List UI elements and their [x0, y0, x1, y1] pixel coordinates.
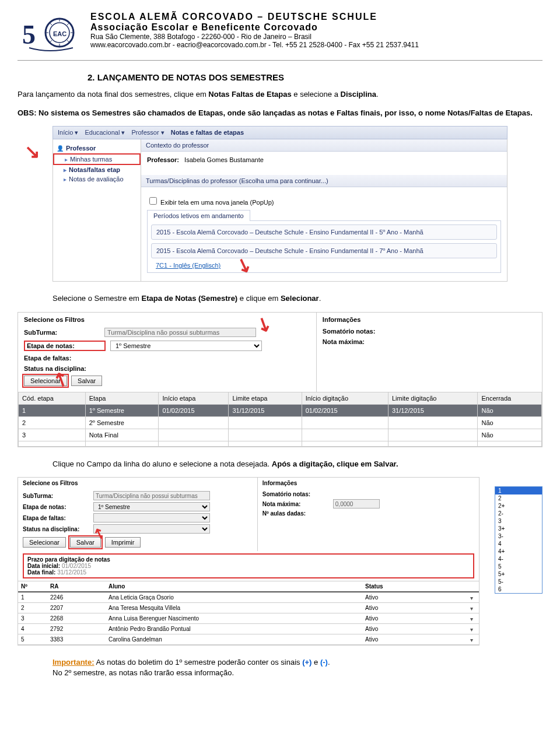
subturma-input — [104, 328, 256, 337]
professor-field: Professor: Isabela Gomes Bustamante — [147, 156, 501, 163]
nota-option[interactable]: 4 — [495, 540, 542, 548]
dropdown-icon[interactable]: ▾ — [470, 616, 476, 622]
turma-item[interactable]: 2015 - Escola Alemã Corcovado – Deutsche… — [151, 225, 497, 240]
turma-item[interactable]: 2015 - Escola Alemã Corcovado – Deutsche… — [151, 243, 497, 258]
selecionar-button[interactable]: Selecionar — [23, 537, 66, 548]
etapa-notas-label: Etapa de notas: — [24, 341, 106, 351]
turma-disciplina-link[interactable]: 7C1 - Inglês (Englisch) — [156, 262, 492, 269]
salvar-button[interactable]: Salvar — [71, 376, 102, 386]
footer-note: Importante: As notas do boletim do 1º se… — [52, 657, 542, 678]
sidebar-item-notas-avaliacao[interactable]: ▸ Notas de avaliação — [53, 174, 141, 184]
n-aulas-label: Nº aulas dadas: — [262, 510, 330, 517]
tree-icon: ▸ — [65, 156, 68, 163]
prazo-title: Prazo para digitação de notas — [27, 556, 470, 563]
somatorio-label: Somatório notas: — [323, 328, 398, 335]
etapa-notas-select[interactable]: 1º Semestre — [110, 341, 262, 351]
nota-option[interactable]: 5+ — [495, 570, 542, 578]
filters-group: Selecione os Filtros SubTurma: Etapa de … — [18, 478, 258, 551]
salvar-button[interactable]: Salvar — [70, 537, 101, 548]
nota-cell[interactable]: ▾ — [438, 592, 479, 603]
red-arrow-icon: ↘ — [24, 142, 40, 161]
svg-text:EAC: EAC — [53, 30, 66, 37]
mid-instruction-1: Selecione o Semestre em Etapa de Notas (… — [52, 293, 542, 304]
nota-option[interactable]: 1 — [495, 487, 542, 494]
dropdown-icon[interactable]: ▾ — [470, 595, 476, 601]
nota-option[interactable]: 2 — [495, 494, 542, 502]
nota-cell[interactable]: ▾ — [438, 613, 479, 624]
dropdown-icon[interactable]: ▾ — [470, 605, 476, 611]
dropdown-icon[interactable]: ▾ — [470, 626, 476, 632]
info-title: Informações — [323, 316, 536, 323]
imprimir-button[interactable]: Imprimir — [105, 537, 141, 548]
popup-checkbox-row[interactable]: Exibir tela em uma nova janela (PopUp) — [147, 195, 501, 206]
intro-paragraph: Para lançamento da nota final dos semest… — [18, 89, 542, 100]
col-status: Status — [362, 581, 438, 592]
svg-text:5: 5 — [22, 20, 36, 50]
nota-cell[interactable]: ▾ — [438, 603, 479, 613]
crumb-educacional[interactable]: Educacional ▾ — [85, 129, 125, 136]
nota-cell[interactable]: ▾ — [438, 634, 479, 645]
table-row[interactable] — [19, 441, 542, 446]
etapa-faltas-label: Etapa de faltas: — [23, 515, 90, 521]
panel-turmas-header: Turmas/Disciplinas do professor (Escolha… — [141, 175, 507, 187]
tree-icon: ▸ — [64, 167, 66, 173]
nota-cell[interactable]: ▾ — [438, 624, 479, 634]
nota-maxima-value — [333, 499, 380, 508]
nota-option[interactable]: 5- — [495, 578, 542, 585]
subturma-label: SubTurma: — [23, 493, 90, 499]
info-title: Informações — [262, 480, 474, 486]
table-row[interactable]: 22º SemestreNão — [19, 416, 542, 429]
etapa-faltas-select[interactable] — [93, 513, 210, 522]
nota-maxima-label: Nota máxima: — [323, 338, 398, 345]
crumb-inicio[interactable]: Início ▾ — [58, 129, 78, 136]
nota-option[interactable]: 5 — [495, 563, 542, 570]
table-row[interactable]: 11º Semestre01/02/201531/12/201501/02/20… — [19, 404, 542, 416]
section-title: 2. LANÇAMENTO DE NOTAS DOS SEMESTRES — [88, 72, 542, 82]
sidebar-title: 👤 Professor — [53, 143, 141, 153]
dropdown-icon[interactable]: ▾ — [470, 637, 476, 643]
tree-icon: ▸ — [64, 176, 66, 183]
nota-dropdown-list[interactable]: 122+2-33+3-44+4-55+5-6 — [495, 486, 542, 594]
col-encerrada: Encerrada — [478, 392, 542, 404]
screenshot-etapa-table: ↘ ↘ Selecione os Filtros SubTurma: Etapa… — [18, 312, 542, 447]
col-inicio-digitacao: Início digitação — [302, 392, 388, 404]
filters-title: Selecione os Filtros — [24, 316, 310, 323]
subturma-input — [93, 491, 210, 500]
nota-option[interactable]: 6 — [495, 585, 542, 593]
popup-checkbox[interactable] — [149, 197, 157, 205]
turma-list: 2015 - Escola Alemã Corcovado – Deutsche… — [147, 220, 501, 273]
status-select[interactable] — [93, 524, 210, 534]
crumb-professor[interactable]: Professor ▾ — [131, 129, 164, 136]
nota-option[interactable]: 3+ — [495, 525, 542, 532]
nota-option[interactable]: 2- — [495, 510, 542, 517]
content-area: Contexto do professor Professor: Isabela… — [141, 139, 507, 281]
col-nota — [438, 581, 479, 592]
svg-line-11 — [67, 40, 69, 42]
nota-option[interactable]: 3- — [495, 532, 542, 540]
tab-periodos-letivos[interactable]: Períodos letivos em andamento — [147, 210, 250, 221]
nota-option[interactable]: 3 — [495, 517, 542, 525]
school-name: ESCOLA ALEMÃ CORCOVADO – DEUTSCHE SCHULE — [90, 12, 542, 22]
col-cod-etapa: Cód. etapa — [19, 392, 86, 404]
etapas-table: Cód. etapa Etapa Início etapa Limite eta… — [18, 392, 542, 447]
sidebar-item-minhas-turmas[interactable]: ▸ Minhas turmas — [53, 153, 141, 165]
address: Rua São Clemente, 388 Botafogo - 22260-0… — [90, 33, 542, 41]
sidebar-item-notas-faltas-etap[interactable]: ▸ Notas/faltas etap — [53, 165, 141, 174]
etapa-notas-select[interactable]: 1º Semestre — [93, 502, 210, 511]
nota-option[interactable]: 4- — [495, 555, 542, 563]
col-limite-etapa: Limite etapa — [229, 392, 302, 404]
selecionar-button[interactable]: Selecionar — [24, 376, 67, 386]
mid-instruction-2: Clique no Campo da linha do aluno e sele… — [52, 459, 542, 469]
table-row: 32268Anna Luisa Berenguer NascimentoAtiv… — [18, 613, 479, 624]
somatorio-label: Somatório notas: — [262, 491, 330, 497]
nota-maxima-label: Nota máxima: — [262, 501, 330, 507]
nota-option[interactable]: 4+ — [495, 548, 542, 555]
nota-option[interactable]: 2+ — [495, 502, 542, 510]
table-row: 42792Antônio Pedro Brandão PontualAtivo▾ — [18, 624, 479, 634]
subturma-label: SubTurma: — [24, 329, 100, 336]
screenshot-professor-turmas: ↘ ↘ Início ▾ Educacional ▾ Professor ▾ N… — [52, 126, 508, 282]
professor-icon: 👤 — [57, 145, 64, 152]
alunos-table: Nº RA Aluno Status 12246Ana Leticia Graç… — [18, 581, 479, 645]
table-row[interactable]: 3Nota FinalNão — [19, 429, 542, 441]
sidebar: 👤 Professor ▸ Minhas turmas ▸ Notas/falt… — [53, 139, 141, 281]
